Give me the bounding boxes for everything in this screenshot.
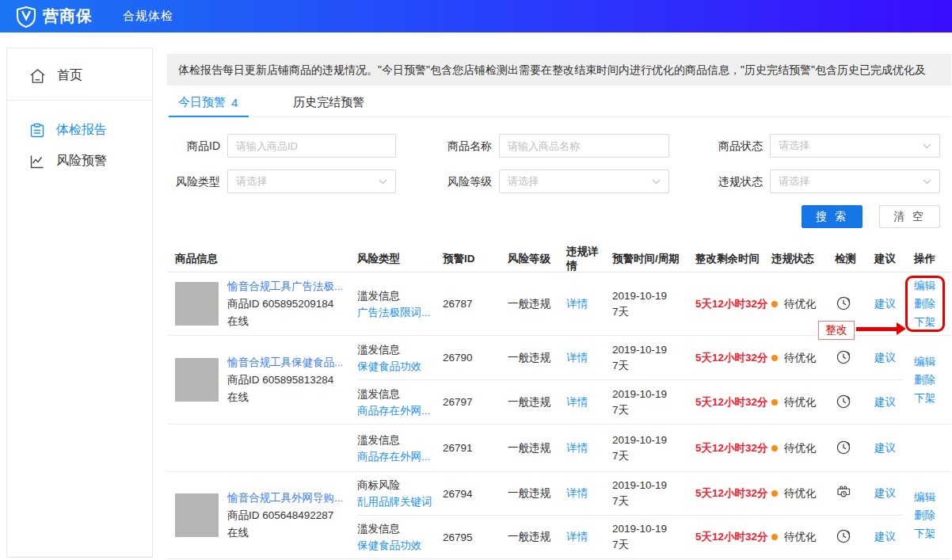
clock-countdown-icon[interactable] xyxy=(835,294,853,312)
risk-detail-link[interactable]: 保健食品功效 xyxy=(357,537,436,554)
advice-link[interactable]: 建议 xyxy=(874,396,896,408)
table-row: 愉音合规工具广告法极... 商品ID 605895209184 在线 滥发信息 … xyxy=(167,272,951,336)
product-title-link[interactable]: 愉音合规工具保健食品... xyxy=(227,354,343,371)
product-title-link[interactable]: 愉音合规工具外网导购... xyxy=(227,490,343,507)
edit-link[interactable]: 编辑 xyxy=(914,490,951,505)
violation-status-cell: 待优化 xyxy=(760,530,824,544)
main-content: 体检报告每日更新店铺商品的违规情况。"今日预警"包含您店铺检测出需要在整改结束时… xyxy=(167,32,951,559)
detail-link[interactable]: 详情 xyxy=(566,352,588,364)
warnings-table: 商品信息 风险类型 预警ID 风险等级 违规详情 预警时间/周期 整改剩余时间 … xyxy=(167,245,951,559)
takedown-link[interactable]: 下架 xyxy=(914,391,951,406)
calendar-clock-icon[interactable] xyxy=(835,483,853,501)
detail-link[interactable]: 详情 xyxy=(566,298,588,310)
advice-cell: 建议 xyxy=(863,297,903,311)
status-text: 待优化 xyxy=(784,441,817,455)
detail-link[interactable]: 详情 xyxy=(566,487,588,499)
risk-category: 滥发信息 xyxy=(357,288,436,304)
risk-detail-link[interactable]: 商品存在外网... xyxy=(357,402,436,419)
warn-id-cell: 26794 xyxy=(436,488,497,500)
violation-status-select[interactable]: 请选择 xyxy=(770,170,940,193)
product-cell xyxy=(167,425,357,471)
warn-date: 2019-10-19 xyxy=(612,521,684,537)
delete-link[interactable]: 删除 xyxy=(914,373,951,387)
violation-row: 滥发信息 商品存在外网... 26791 一般违规 详情 2019-10-19 … xyxy=(357,425,903,471)
advice-link[interactable]: 建议 xyxy=(874,442,896,454)
product-title-link[interactable]: 愉音合规工具广告法极... xyxy=(227,278,343,295)
col-header-violation-status: 违规状态 xyxy=(760,252,824,266)
risk-detail-link[interactable]: 乱用品牌关键词 xyxy=(357,493,436,510)
warn-date: 2019-10-19 xyxy=(612,288,684,304)
detail-link[interactable]: 详情 xyxy=(566,396,588,408)
violation-status-cell: 待优化 xyxy=(760,486,824,501)
warn-cycle: 7天 xyxy=(612,537,684,553)
tab-today-warnings[interactable]: 今日预警 4 xyxy=(178,88,238,116)
operations-cell: 编辑 删除 下架 xyxy=(903,272,951,335)
risk-detail-link[interactable]: 保健食品功效 xyxy=(357,358,436,375)
status-text: 待优化 xyxy=(784,486,817,501)
status-dot xyxy=(771,399,778,406)
sidebar-item-report[interactable]: 体检报告 xyxy=(7,115,152,146)
product-cell: 愉音合规工具外网导购... 商品ID 605648492287 在线 xyxy=(167,472,357,558)
status-text: 待优化 xyxy=(784,395,817,410)
remaining-time-cell: 5天12小时32分 xyxy=(684,297,760,311)
delete-link[interactable]: 删除 xyxy=(914,509,951,523)
clock-countdown-icon[interactable] xyxy=(835,348,853,366)
sidebar-item-home[interactable]: 首页 xyxy=(7,48,152,101)
col-header-risk-level: 风险等级 xyxy=(497,252,555,266)
advice-link[interactable]: 建议 xyxy=(874,298,896,310)
edit-link[interactable]: 编辑 xyxy=(914,279,951,293)
chevron-down-icon xyxy=(379,179,387,185)
edit-link[interactable]: 编辑 xyxy=(914,355,951,369)
filter-label-product-name: 商品名称 xyxy=(396,134,499,158)
select-placeholder: 请选择 xyxy=(779,174,809,189)
product-status-select[interactable]: 请选择 xyxy=(770,134,940,158)
col-header-remaining: 整改剩余时间 xyxy=(684,252,760,266)
filter-label-violation-status: 违规状态 xyxy=(669,170,770,193)
app-title: 合规体检 xyxy=(123,9,173,24)
risk-detail-link[interactable]: 广告法极限词... xyxy=(357,304,436,321)
clear-button[interactable]: 清 空 xyxy=(879,205,940,228)
detail-cell: 详情 xyxy=(555,486,601,501)
advice-link[interactable]: 建议 xyxy=(874,352,896,364)
risk-level-select[interactable]: 请选择 xyxy=(499,170,669,193)
detail-link[interactable]: 详情 xyxy=(566,442,588,454)
check-cell xyxy=(824,527,863,547)
search-button[interactable]: 搜 索 xyxy=(802,205,863,228)
filter-form: 商品ID 商品名称 商品状态 请选择 风险类型 请选择 风险等级 请选择 xyxy=(167,134,951,228)
check-cell xyxy=(824,348,863,368)
status-text: 待优化 xyxy=(784,530,817,544)
violation-status-cell: 待优化 xyxy=(760,351,824,365)
sidebar-item-risk[interactable]: 风险预警 xyxy=(7,146,152,177)
product-name-input[interactable] xyxy=(499,134,669,158)
warn-id-cell: 26795 xyxy=(436,531,497,543)
detail-link[interactable]: 详情 xyxy=(566,531,588,543)
delete-link[interactable]: 删除 xyxy=(914,297,951,311)
advice-link[interactable]: 建议 xyxy=(874,531,896,543)
warn-cycle: 7天 xyxy=(612,304,684,320)
detail-cell: 详情 xyxy=(555,297,601,311)
risk-level-cell: 一般违规 xyxy=(497,395,555,410)
tab-history-warnings[interactable]: 历史完结预警 xyxy=(293,88,364,116)
violation-status-cell: 待优化 xyxy=(760,395,824,410)
takedown-link[interactable]: 下架 xyxy=(914,527,951,541)
advice-cell: 建议 xyxy=(863,530,903,544)
remaining-time-cell: 5天12小时32分 xyxy=(684,351,760,365)
clock-countdown-icon[interactable] xyxy=(835,527,853,545)
takedown-link[interactable]: 下架 xyxy=(914,315,951,330)
risk-detail-link[interactable]: 商品存在外网... xyxy=(357,448,436,465)
risk-category: 滥发信息 xyxy=(357,386,436,402)
col-header-warn-time: 预警时间/周期 xyxy=(601,252,684,266)
product-id-input[interactable] xyxy=(227,134,396,158)
remaining-time-cell: 5天12小时32分 xyxy=(684,395,760,410)
risk-level-cell: 一般违规 xyxy=(497,351,555,365)
clock-countdown-icon[interactable] xyxy=(835,392,853,410)
sidebar: 首页 体检报告 xyxy=(6,48,153,558)
check-cell xyxy=(824,483,863,504)
advice-link[interactable]: 建议 xyxy=(874,487,896,499)
clock-countdown-icon[interactable] xyxy=(835,438,853,456)
product-online-status: 在线 xyxy=(227,313,343,330)
warn-cycle: 7天 xyxy=(612,402,684,418)
sidebar-item-label: 首页 xyxy=(57,67,82,84)
chevron-down-icon xyxy=(652,179,661,185)
risk-type-select[interactable]: 请选择 xyxy=(227,170,396,193)
